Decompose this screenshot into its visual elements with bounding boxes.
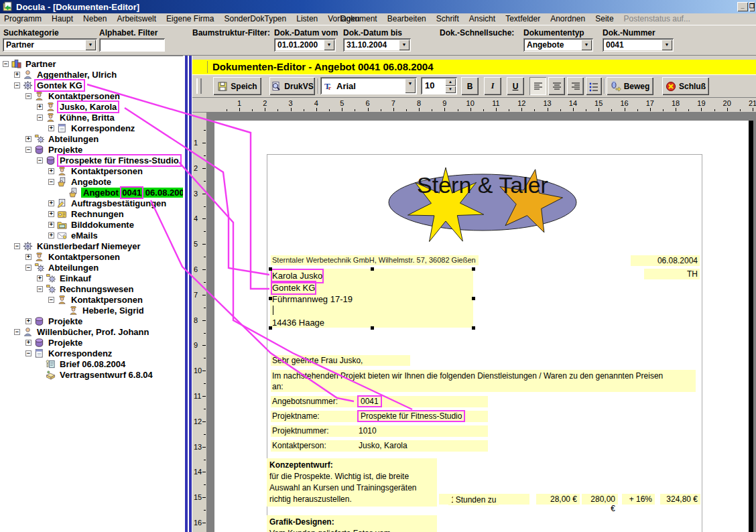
- datum-bis-select[interactable]: 31.10.2004 ▼: [343, 38, 411, 52]
- expand-toggle-icon[interactable]: +: [25, 318, 32, 324]
- recipient-textbox[interactable]: Karola Jusko Gontek KG Führmannweg 17-19…: [270, 269, 473, 328]
- tree-item-aggenthaler-ulrich[interactable]: +Aggenthaler, Ulrich: [0, 69, 183, 80]
- menu-textfelder[interactable]: Textfelder: [505, 14, 540, 23]
- minimize-button[interactable]: _: [737, 2, 748, 11]
- selection-handle[interactable]: [269, 326, 272, 330]
- tree-item-kontaktpersonen[interactable]: −Kontaktpersonen: [0, 90, 183, 101]
- collapse-toggle-icon[interactable]: −: [3, 61, 9, 67]
- selection-handle[interactable]: [472, 267, 475, 271]
- tree-item-kontaktpersonen[interactable]: +Kontaktpersonen: [0, 251, 183, 262]
- collapse-toggle-icon[interactable]: −: [14, 329, 20, 335]
- tree-item-bilddokumente[interactable]: +Bilddokumente: [0, 219, 183, 230]
- menu-listen[interactable]: Listen: [296, 14, 318, 23]
- menu-ansicht[interactable]: Ansicht: [469, 14, 495, 23]
- expand-toggle-icon[interactable]: +: [48, 200, 54, 206]
- expand-toggle-icon[interactable]: +: [48, 125, 54, 131]
- menu-neben[interactable]: Neben: [83, 14, 107, 23]
- tree-item-auftragsbest-tigungen[interactable]: +Auftragsbestätigungen: [0, 198, 183, 208]
- selection-handle[interactable]: [371, 267, 374, 271]
- chevron-down-icon[interactable]: ▼: [581, 40, 592, 50]
- collapse-toggle-icon[interactable]: −: [48, 297, 54, 303]
- tree-item-emails[interactable]: +eMails: [0, 230, 183, 241]
- collapse-toggle-icon[interactable]: −: [25, 350, 32, 356]
- tree-item-angebote[interactable]: −Angebote: [0, 176, 183, 187]
- expand-toggle-icon[interactable]: +: [14, 72, 20, 78]
- move-button[interactable]: Beweg: [607, 77, 653, 95]
- tree-item-rechnungen[interactable]: +Rechnungen: [0, 208, 183, 219]
- tree-item-k-nstlerbedarf-niemeyer[interactable]: −Künstlerbedarf Niemeyer: [0, 241, 183, 251]
- tree-item-partner[interactable]: −Partner: [0, 58, 183, 69]
- tree-item-vertragsentwurf-6-8-04[interactable]: Vertragsentwurf 6.8.04: [0, 369, 183, 380]
- tree-item-projekte[interactable]: +Projekte: [0, 316, 183, 326]
- menu-haupt[interactable]: Haupt: [52, 14, 73, 23]
- menu-anordnen[interactable]: Anordnen: [550, 14, 585, 23]
- expand-toggle-icon[interactable]: +: [25, 136, 32, 142]
- chevron-down-icon[interactable]: ▼: [85, 40, 96, 50]
- toolbar-grip[interactable]: [196, 78, 202, 94]
- tree-item-rechnungswesen[interactable]: −Rechnungswesen: [0, 283, 183, 294]
- font-size-input[interactable]: 10 ▲▼: [421, 77, 457, 94]
- collapse-toggle-icon[interactable]: −: [25, 265, 32, 271]
- tree-item-projekte[interactable]: +Projekte: [0, 337, 183, 348]
- align-right-button[interactable]: [567, 77, 584, 95]
- size-down-arrow[interactable]: ▼: [445, 86, 456, 93]
- expand-toggle-icon[interactable]: +: [48, 222, 54, 228]
- menu-programm[interactable]: Programm: [4, 14, 42, 23]
- panel-splitter[interactable]: [183, 56, 192, 532]
- tree-item-einkauf[interactable]: +Einkauf: [0, 273, 183, 283]
- expand-toggle-icon[interactable]: +: [37, 275, 43, 281]
- selection-handle[interactable]: [472, 326, 475, 330]
- datum-vom-select[interactable]: 01.01.2000 ▼: [274, 38, 336, 52]
- align-center-button[interactable]: [548, 77, 565, 95]
- menu-schrift[interactable]: Schrift: [436, 14, 459, 23]
- expand-toggle-icon[interactable]: +: [48, 168, 54, 174]
- collapse-toggle-icon[interactable]: −: [25, 147, 32, 153]
- expand-toggle-icon[interactable]: +: [48, 232, 54, 239]
- italic-button[interactable]: I: [484, 77, 501, 95]
- selection-handle[interactable]: [371, 326, 374, 330]
- restore-button[interactable]: ❐: [749, 2, 755, 11]
- tree-item-korrespondenz[interactable]: −Korrespondenz: [0, 348, 183, 358]
- selection-handle[interactable]: [269, 297, 272, 300]
- tree-item-k-hne-britta[interactable]: −Kühne, Britta: [0, 112, 183, 123]
- collapse-toggle-icon[interactable]: −: [37, 157, 43, 163]
- expand-toggle-icon[interactable]: +: [37, 104, 43, 110]
- save-button[interactable]: Speich: [213, 77, 261, 95]
- underline-button[interactable]: U: [507, 77, 524, 95]
- collapse-toggle-icon[interactable]: −: [37, 286, 43, 292]
- chevron-down-icon[interactable]: ▼: [399, 40, 410, 50]
- print-preview-button[interactable]: DrukVS: [269, 77, 315, 95]
- menu-sonderdoktypen[interactable]: SonderDokTypen: [224, 14, 286, 23]
- close-editor-button[interactable]: Schluß: [662, 77, 709, 95]
- menu-seite[interactable]: Seite: [595, 14, 613, 23]
- dokumententyp-select[interactable]: Angebote ▼: [523, 38, 593, 52]
- tree-item-abteilungen[interactable]: −Abteilungen: [0, 262, 183, 273]
- tree-item-gontek-kg[interactable]: −Gontek KG: [0, 80, 183, 90]
- menu-eigene-firma[interactable]: Eigene Firma: [166, 14, 214, 23]
- menu-bearbeiten[interactable]: Bearbeiten: [387, 14, 426, 23]
- selection-handle[interactable]: [472, 297, 475, 300]
- tree-item-brief-06-08-2004[interactable]: Brief 06.08.2004: [0, 358, 183, 369]
- tree-item-kontaktpersonen[interactable]: +Kontaktpersonen: [0, 165, 183, 176]
- collapse-toggle-icon[interactable]: −: [14, 243, 20, 249]
- alphabet-filter-input[interactable]: [99, 38, 165, 52]
- collapse-toggle-icon[interactable]: −: [25, 93, 32, 99]
- tree-item-projekte[interactable]: −Projekte: [0, 144, 183, 155]
- expand-toggle-icon[interactable]: +: [25, 254, 32, 260]
- chevron-down-icon[interactable]: ▼: [662, 40, 672, 50]
- tree-item-korrespondenz[interactable]: +Korrespondenz: [0, 123, 183, 133]
- tree-item-heberle-sigrid[interactable]: Heberle, Sigrid: [0, 305, 183, 316]
- tree-item-angebot-0041-06-08-200[interactable]: Angebot 0041 06.08.200: [0, 187, 183, 198]
- collapse-toggle-icon[interactable]: −: [48, 179, 54, 185]
- chevron-down-icon[interactable]: ▼: [324, 40, 334, 50]
- collapse-toggle-icon[interactable]: −: [14, 82, 20, 88]
- bullet-list-button[interactable]: [586, 77, 602, 95]
- dok-nummer-select[interactable]: 0041 ▼: [603, 38, 674, 52]
- tree-item-jusko-karola[interactable]: +Jusko, Karola: [0, 101, 183, 112]
- expand-toggle-icon[interactable]: +: [48, 211, 54, 217]
- chevron-down-icon[interactable]: ▼: [405, 78, 416, 93]
- expand-toggle-icon[interactable]: +: [25, 340, 32, 346]
- tree-item-kontaktpersonen[interactable]: −Kontaktpersonen: [0, 294, 183, 305]
- selection-handle[interactable]: [269, 267, 272, 271]
- size-up-arrow[interactable]: ▲: [445, 78, 456, 86]
